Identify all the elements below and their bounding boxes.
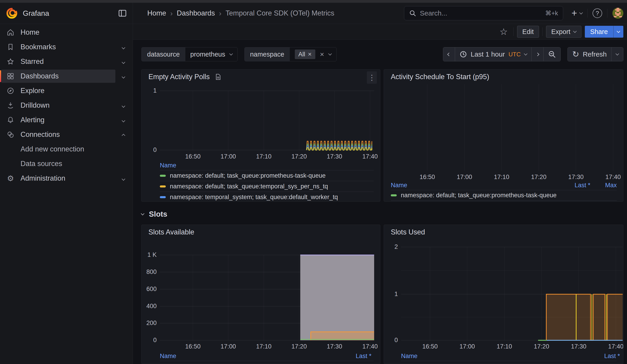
time-shift-forward-button[interactable] bbox=[531, 48, 543, 61]
legend-row[interactable]: namespace: default; task_queue:prometheu… bbox=[160, 361, 374, 364]
chevron-up-icon[interactable] bbox=[122, 133, 125, 138]
clear-selection-icon[interactable]: × bbox=[320, 50, 324, 59]
chevron-down-icon[interactable] bbox=[122, 119, 125, 123]
time-shift-back-button[interactable] bbox=[443, 48, 455, 61]
namespace-chip[interactable]: All × bbox=[295, 50, 315, 59]
dock-sidebar-icon[interactable] bbox=[118, 9, 127, 17]
kebab-icon: ⋮ bbox=[368, 73, 375, 82]
share-button[interactable]: Share bbox=[585, 26, 613, 38]
clock-icon bbox=[460, 51, 467, 58]
panel-title[interactable]: Slots Used bbox=[391, 228, 425, 236]
legend-header-last[interactable]: Last * bbox=[356, 353, 371, 360]
panel-menu-button[interactable]: ⋮ bbox=[367, 71, 377, 84]
sidebar-item-connections[interactable]: Connections bbox=[0, 127, 133, 142]
legend-label[interactable]: namespace: default; task_queue:prometheu… bbox=[170, 363, 326, 364]
sidebar-item-add-new-connection[interactable]: Add new connection bbox=[0, 142, 133, 156]
panel-title[interactable]: Empty Activity Polls bbox=[149, 73, 210, 81]
legend-header-name[interactable]: Name bbox=[391, 182, 407, 189]
nav-actions: + ? bbox=[563, 8, 627, 19]
chevron-down-icon[interactable] bbox=[122, 104, 125, 108]
time-range-picker[interactable]: Last 1 hour UTC bbox=[455, 48, 531, 61]
breadcrumb-current: Temporal Core SDK (OTel) Metrics bbox=[225, 9, 334, 17]
x-axis-label: 16:50 bbox=[417, 174, 438, 181]
chevron-down-icon[interactable] bbox=[122, 46, 125, 50]
legend-swatch[interactable] bbox=[160, 196, 166, 198]
sidebar-item-bookmarks[interactable]: Bookmarks bbox=[0, 40, 133, 54]
chevron-down-icon bbox=[328, 52, 332, 56]
sidebar-item-home[interactable]: Home bbox=[0, 25, 133, 40]
sidebar-item-administration[interactable]: ⚙Administration bbox=[0, 171, 133, 186]
y-axis-label: 600 bbox=[141, 286, 157, 293]
sidebar-item-label: Dashboards bbox=[20, 69, 59, 84]
panel-description-icon[interactable] bbox=[215, 73, 222, 80]
sidebar-item-label: Home bbox=[20, 25, 40, 40]
panel-title[interactable]: Slots Available bbox=[149, 228, 194, 236]
legend-row[interactable]: namespace: default; task_queue:prometheu… bbox=[401, 361, 617, 364]
sidebar-item-starred[interactable]: Starred bbox=[0, 54, 133, 69]
legend-row[interactable]: namespace: default; task_queue:prometheu… bbox=[391, 190, 617, 201]
sidebar-item-data-sources[interactable]: Data sources bbox=[0, 156, 133, 171]
x-axis-label: 17:30 bbox=[568, 343, 589, 350]
star-dashboard-button[interactable]: ☆ bbox=[497, 27, 510, 36]
x-axis-label: 17:10 bbox=[254, 343, 274, 350]
row-title[interactable]: Slots bbox=[149, 210, 167, 218]
row-header-slots[interactable]: Slots bbox=[141, 210, 167, 218]
legend-row[interactable]: namespace: default; task_queue:temporal_… bbox=[160, 181, 374, 192]
legend-label[interactable]: namespace: default; task_queue:prometheu… bbox=[170, 172, 326, 179]
legend-header-last[interactable]: Last * bbox=[575, 182, 590, 189]
legend-row[interactable]: namespace: default; task_queue:prometheu… bbox=[160, 170, 374, 181]
legend-header-name[interactable]: Name bbox=[401, 353, 418, 360]
help-button[interactable]: ? bbox=[593, 8, 602, 18]
sidebar-item-drilldown[interactable]: Drilldown bbox=[0, 98, 133, 113]
dashboard-actions-bar: ☆ Edit Export Share bbox=[133, 24, 627, 40]
legend-header-row: Name bbox=[142, 162, 380, 170]
legend-label[interactable]: namespace: temporal_system; task_queue:d… bbox=[170, 194, 338, 201]
legend-header-max[interactable]: Max bbox=[605, 182, 617, 189]
panel-title[interactable]: Activity Schedule To Start (p95) bbox=[391, 73, 489, 81]
refresh-icon: ↻ bbox=[572, 50, 579, 58]
x-axis-label: 17:00 bbox=[454, 174, 475, 181]
legend-header-last[interactable]: Last * bbox=[604, 353, 620, 360]
sidebar-item-explore[interactable]: Explore bbox=[0, 84, 133, 98]
x-axis-label: 17:40 bbox=[606, 343, 623, 350]
breadcrumb-home[interactable]: Home bbox=[147, 9, 166, 17]
sidebar-item-label: Starred bbox=[20, 54, 44, 69]
refresh-button[interactable]: ↻ Refresh bbox=[568, 48, 611, 61]
legend-label[interactable]: namespace: default; task_queue:temporal_… bbox=[170, 183, 328, 190]
search-shortcut: ⌘+k bbox=[545, 9, 558, 17]
legend-header-name[interactable]: Name bbox=[160, 162, 176, 169]
brand-name: Grafana bbox=[23, 9, 118, 18]
legend-row[interactable]: namespace: temporal_system; task_queue:d… bbox=[160, 192, 374, 202]
x-axis-label: 17:40 bbox=[360, 153, 380, 160]
legend-header-name[interactable]: Name bbox=[160, 353, 176, 360]
panel-header: Slots Used bbox=[391, 228, 425, 236]
add-button[interactable]: + bbox=[571, 8, 582, 19]
breadcrumb-dashboards[interactable]: Dashboards bbox=[177, 9, 215, 17]
legend-swatch[interactable] bbox=[160, 185, 166, 188]
export-button[interactable]: Export bbox=[546, 26, 581, 38]
refresh-interval-dropdown[interactable] bbox=[611, 48, 623, 61]
namespace-select[interactable]: All × × bbox=[290, 48, 336, 61]
edit-button[interactable]: Edit bbox=[517, 26, 539, 38]
legend-label[interactable]: namespace: default; task_queue:prometheu… bbox=[401, 192, 557, 199]
sidebar: HomeBookmarksStarredDashboardsExploreDri… bbox=[0, 24, 133, 364]
x-axis-label: 17:40 bbox=[360, 343, 380, 350]
chevron-down-icon[interactable] bbox=[122, 60, 125, 64]
chevron-down-icon[interactable] bbox=[122, 75, 125, 79]
legend-swatch[interactable] bbox=[160, 175, 166, 177]
sidebar-item-alerting[interactable]: Alerting bbox=[0, 113, 133, 127]
datasource-select[interactable]: prometheus bbox=[185, 48, 237, 61]
search-input[interactable]: Search... ⌘+k bbox=[404, 6, 563, 20]
zoom-out-button[interactable] bbox=[543, 48, 560, 61]
chevron-down-icon[interactable] bbox=[122, 177, 125, 181]
breadcrumb-separator: › bbox=[219, 9, 222, 18]
legend-header-row: NameLast * bbox=[142, 353, 380, 360]
sidebar-item-dashboards[interactable]: Dashboards bbox=[0, 69, 133, 84]
legend-label[interactable]: namespace: default; task_queue:prometheu… bbox=[411, 363, 567, 364]
legend-swatch[interactable] bbox=[391, 194, 397, 196]
x-axis-label: 17:20 bbox=[289, 343, 310, 350]
remove-chip-icon[interactable]: × bbox=[308, 51, 312, 58]
user-avatar[interactable] bbox=[612, 8, 623, 19]
share-dropdown-button[interactable] bbox=[613, 26, 623, 38]
brand-area: Grafana bbox=[0, 3, 133, 24]
